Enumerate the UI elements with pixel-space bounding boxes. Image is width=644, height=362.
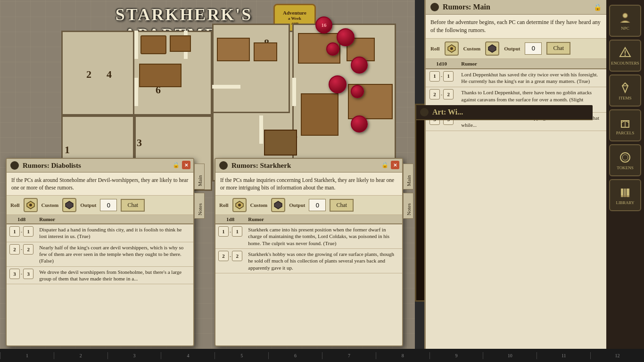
room-label-1: 1 <box>65 144 70 156</box>
d-notes-tab[interactable]: Notes <box>194 193 205 219</box>
ruler-mark-8: 8 <box>376 352 429 359</box>
logo-line1: Adventure <box>283 10 306 16</box>
starkherk-table: 1d8 Rumor 1 - 1 Starkherk came into his … <box>215 215 402 273</box>
d-die-icon <box>26 200 35 210</box>
tokens-label: TOKENS <box>617 166 633 171</box>
s-notes-tab[interactable]: Notes <box>403 193 413 219</box>
svg-marker-5 <box>66 201 73 209</box>
dice-pair: 1 - 1 <box>429 71 454 82</box>
table-row: 3 - 3 We drove the devil worshippers fro… <box>7 266 193 284</box>
npc-label: NPC <box>621 26 629 31</box>
ruler-mark-11: 11 <box>537 352 590 359</box>
sidebar-item-tokens[interactable]: TOKENS <box>609 144 641 176</box>
furniture-3 <box>139 64 182 87</box>
s-roll-die-btn[interactable] <box>232 198 247 212</box>
table-cell-text: Nearly half of the king's court are devi… <box>36 242 193 266</box>
sidebar-item-items[interactable]: ITEMS <box>609 74 641 107</box>
furniture-4 <box>217 38 250 61</box>
door-5 <box>259 115 263 144</box>
sidebar-item-npc[interactable]: NPC <box>609 5 641 37</box>
rumors-main-header: Rumors: Main 🔒 <box>426 0 606 15</box>
s-custom-die-btn[interactable] <box>271 198 285 212</box>
diabolists-table-scroll[interactable]: 1d8 Rumor 1 - 1 Dispater had a hand in f… <box>7 215 193 346</box>
starkherk-lock: 🔒 <box>380 161 389 169</box>
output-input[interactable] <box>525 42 542 55</box>
items-icon <box>618 80 633 95</box>
table-row: 1 - 1 Lord Deppenkhut has saved the city… <box>426 69 606 87</box>
ruler-mark-6: 6 <box>268 352 322 359</box>
rumors-starkherk-panel: Rumors: Starkherk 🔒 ✕ If the PCs make in… <box>215 158 403 346</box>
bottom-ruler: 1 2 3 4 5 6 7 8 9 10 11 12 <box>0 349 644 362</box>
s-th-rumor: Rumor <box>245 215 402 224</box>
sidebar-item-library[interactable]: LIBRARY <box>609 179 641 211</box>
room-label-4: 4 <box>107 68 112 81</box>
starkherk-roll-controls: Roll Custom Output Chat <box>215 196 402 215</box>
rumors-main-table-scroll[interactable]: 1d10 Rumor 1 - 1 Lord Deppenkhut has sav… <box>426 59 606 362</box>
dice-pair: 1 - 1 <box>9 226 33 237</box>
table-row: 1 - 1 Dispater had a hand in founding th… <box>7 224 193 242</box>
ruler-mark-4: 4 <box>161 352 215 359</box>
custom-die-button[interactable] <box>485 41 499 56</box>
door-6 <box>292 78 296 106</box>
table-row: 1 - 1 Starkherk came into his present po… <box>215 224 402 248</box>
d-roll-die-btn[interactable] <box>24 198 38 212</box>
furniture-1 <box>140 35 166 54</box>
chat-button[interactable]: Chat <box>546 42 570 55</box>
table-cell-text: Starkherk came into his present position… <box>245 224 402 248</box>
svg-point-7 <box>238 204 241 206</box>
rumors-diabolists-panel: Rumors: Diabolists 🔒 ✕ If the PCs ask ar… <box>6 158 194 346</box>
d-main-tab[interactable]: Main <box>194 164 205 189</box>
die-box-2: 1 <box>443 71 454 82</box>
sidebar-item-parcels[interactable]: PARCELS <box>609 109 641 141</box>
d-custom-die-btn[interactable] <box>62 198 76 212</box>
map-die-4 <box>351 57 368 74</box>
s-custom-label: Custom <box>250 202 268 208</box>
s-output-label: Output <box>289 202 305 208</box>
furniture-8 <box>264 130 297 156</box>
rumors-main-roll-controls: Roll Custom Output Chat <box>426 39 606 59</box>
s-main-tab[interactable]: Main <box>403 164 413 189</box>
rumors-main-description: Before the adventure begins, each PC can… <box>426 15 606 39</box>
ruler-mark-2: 2 <box>54 352 107 359</box>
starkherk-description: If the PCs make inquiries concerning Lor… <box>215 173 402 196</box>
d-th-roll: 1d8 <box>7 215 36 224</box>
starkherk-close[interactable]: ✕ <box>391 161 399 169</box>
roll-die-button[interactable] <box>445 41 459 56</box>
ruler-mark-12: 12 <box>590 352 644 359</box>
map-die-1: 16 <box>315 16 332 33</box>
lock-icon: 🔒 <box>594 3 602 11</box>
dice-pair: 2 - 2 <box>429 89 454 99</box>
room-label-3: 3 <box>137 137 142 149</box>
logo-line2: a Week <box>283 16 306 21</box>
starkherk-table-scroll[interactable]: 1d8 Rumor 1 - 1 Starkherk came into his … <box>215 215 402 346</box>
ruler-mark-5: 5 <box>215 352 268 359</box>
right-sidebar: NPC ENCOUNTERS ITEMS PA <box>606 0 644 362</box>
starkherk-icon <box>219 161 228 170</box>
diabolists-close[interactable]: ✕ <box>182 161 190 169</box>
d-custom-icon <box>65 200 74 210</box>
svg-point-9 <box>623 13 627 18</box>
diabolists-lock: 🔒 <box>172 161 180 169</box>
ruler-mark-9: 9 <box>429 352 483 359</box>
ruler-mark-1: 1 <box>0 352 54 359</box>
door-1 <box>134 31 138 59</box>
roll-label: Roll <box>430 46 440 51</box>
die-box-3: 2 <box>429 89 440 99</box>
s-chat-button[interactable]: Chat <box>330 199 354 212</box>
map-die-3 <box>326 42 339 56</box>
table-row: 2 - 2 Nearly half of the king's court ar… <box>7 242 193 266</box>
d-custom-label: Custom <box>41 202 59 208</box>
d-chat-button[interactable]: Chat <box>121 199 145 212</box>
sidebar-item-encounters[interactable]: ENCOUNTERS <box>609 40 641 72</box>
s-output-input[interactable] <box>309 199 326 211</box>
die-icon <box>447 44 456 53</box>
table-cell-text: Dispater had a hand in founding this cit… <box>36 224 193 242</box>
map-die-6 <box>351 85 364 98</box>
d-output-input[interactable] <box>100 199 117 211</box>
panel-icon <box>430 3 439 11</box>
svg-point-12 <box>625 55 626 56</box>
starkherk-header: Rumors: Starkherk 🔒 ✕ <box>215 159 402 173</box>
parcels-label: PARCELS <box>616 131 635 136</box>
d-output-label: Output <box>80 202 96 208</box>
diabolists-icon <box>10 161 19 170</box>
